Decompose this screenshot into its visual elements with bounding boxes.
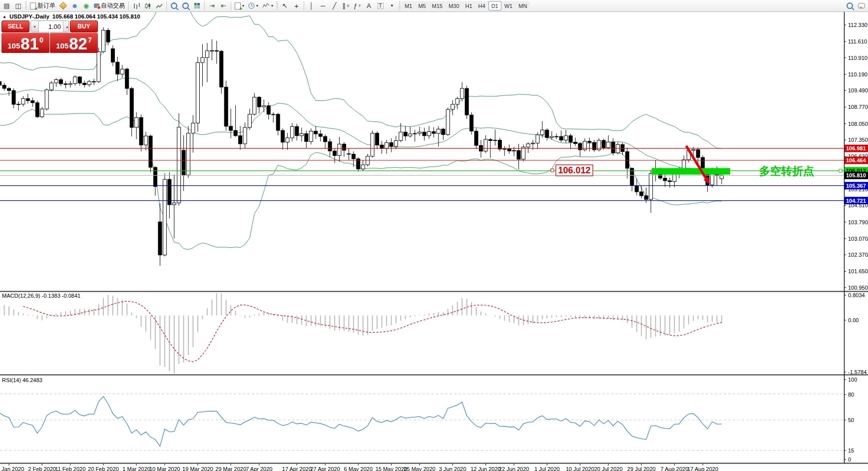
price-tick-label: 108.050 bbox=[848, 121, 868, 127]
candle-body bbox=[229, 126, 233, 130]
candle-body bbox=[488, 139, 492, 140]
vertical-line-icon: │ bbox=[309, 2, 313, 9]
horizontal-line-button[interactable]: ─ bbox=[317, 0, 329, 11]
indicators-button[interactable]: ▾ bbox=[260, 0, 275, 11]
fibonacci-button[interactable]: ƒF bbox=[352, 0, 363, 11]
candlestick-chart-button[interactable] bbox=[142, 0, 153, 11]
timeframe-button-D1[interactable]: D1 bbox=[488, 1, 501, 10]
candle-body bbox=[588, 141, 591, 142]
price-flag-106012[interactable]: 106.012 bbox=[551, 165, 593, 176]
green-line-anchor bbox=[839, 169, 842, 172]
price-tick-label: 103.790 bbox=[848, 219, 868, 225]
crosshair-button[interactable]: + bbox=[291, 0, 302, 11]
timeframe-button-M1[interactable]: M1 bbox=[402, 1, 415, 10]
fibonacci-sub: F bbox=[359, 3, 361, 8]
fibonacci-icon: ƒ bbox=[354, 2, 357, 9]
volume-down-button[interactable]: ▼ bbox=[31, 21, 39, 32]
candle-body bbox=[347, 154, 351, 154]
buy-button[interactable]: BUY bbox=[70, 20, 98, 32]
community-button[interactable]: ☻ bbox=[69, 0, 80, 11]
price-tick-label: 103.070 bbox=[848, 236, 868, 242]
candle-body bbox=[286, 138, 289, 142]
line-chart-button[interactable] bbox=[153, 0, 165, 11]
timeframe-button-MN[interactable]: MN bbox=[515, 1, 530, 10]
sell-price-prefix: 105 bbox=[7, 40, 20, 52]
shapes-dropdown-button[interactable]: ▾ bbox=[386, 0, 398, 11]
period-clock-button[interactable]: ▾ bbox=[246, 0, 260, 11]
chart-canvas[interactable]: 106.012多空转折点112.330111.610110.910110.190… bbox=[0, 12, 868, 471]
volume-up-button[interactable]: ▲ bbox=[63, 21, 69, 32]
buy-price-display[interactable]: 105 82 7 bbox=[50, 33, 98, 53]
chat-button[interactable] bbox=[856, 0, 867, 11]
candle-body bbox=[182, 150, 185, 175]
date-tick-label: 23 Jan 2020 bbox=[0, 466, 24, 471]
trendline-button[interactable]: ╱ bbox=[329, 0, 340, 11]
candle-body bbox=[224, 87, 228, 126]
candle-body bbox=[281, 130, 285, 142]
chart-shift-button[interactable]: ⇤ bbox=[218, 0, 229, 11]
new-order-button[interactable]: 新订单 bbox=[28, 0, 57, 11]
candle-body bbox=[333, 151, 337, 155]
candle-body bbox=[569, 136, 572, 142]
collapse-icon[interactable]: ▲ bbox=[2, 14, 6, 19]
candle-body bbox=[371, 133, 374, 156]
main-price-pane: 106.012 bbox=[0, 12, 844, 266]
price-tick-label: 110.910 bbox=[848, 55, 868, 61]
signals-button[interactable]: ◉ bbox=[80, 0, 92, 11]
candle-body bbox=[267, 106, 270, 114]
timeframe-button-H4[interactable]: H4 bbox=[475, 1, 488, 10]
profiles-button[interactable]: ◫ bbox=[12, 0, 24, 11]
rsi-tick-label: 0 bbox=[848, 457, 851, 463]
date-tick-label: 1 Mar 2020 bbox=[122, 466, 150, 471]
timeframe-button-H1[interactable]: H1 bbox=[462, 1, 475, 10]
date-tick-label: 29 Mar 2020 bbox=[215, 466, 246, 471]
candle-body bbox=[559, 136, 563, 140]
text-label-icon: T bbox=[378, 3, 384, 9]
auto-scroll-icon: ⇥ bbox=[209, 2, 215, 9]
price-tick-label: 111.610 bbox=[848, 38, 867, 44]
vertical-line-button[interactable]: │ bbox=[306, 0, 317, 11]
zoom-out-button[interactable]: − bbox=[180, 0, 191, 11]
zoom-in-icon: + bbox=[171, 2, 177, 9]
new-chart-button[interactable]: ▤ bbox=[1, 0, 12, 11]
timeframe-button-M30[interactable]: M30 bbox=[445, 1, 462, 10]
auto-scroll-button[interactable]: ⇥ bbox=[206, 0, 218, 11]
search-button[interactable] bbox=[844, 0, 856, 11]
candle-body bbox=[309, 131, 313, 142]
tile-windows-icon bbox=[194, 3, 200, 8]
candle-body bbox=[455, 98, 459, 104]
tile-windows-button[interactable] bbox=[191, 0, 203, 11]
text-label-button[interactable]: T bbox=[375, 0, 386, 11]
svg-text:106.981: 106.981 bbox=[846, 145, 866, 151]
sell-button[interactable]: SELL bbox=[1, 20, 29, 32]
candle-body bbox=[451, 104, 454, 109]
market-watch-button[interactable] bbox=[57, 0, 69, 11]
macd-tick-label: 0.00 bbox=[848, 317, 859, 323]
candle-body bbox=[97, 52, 100, 82]
new-order-dropdown-button[interactable]: ▾ bbox=[233, 0, 246, 11]
sell-price-display[interactable]: 105 81 0 bbox=[1, 33, 49, 53]
timeframe-button-M15[interactable]: M15 bbox=[429, 1, 445, 10]
candle-body bbox=[498, 140, 501, 149]
channel-button[interactable]: ∥E bbox=[340, 0, 352, 11]
auto-trading-button[interactable]: 自动交易 bbox=[92, 0, 127, 11]
volume-input[interactable] bbox=[39, 21, 63, 32]
timeframe-button-W1[interactable]: W1 bbox=[501, 1, 516, 10]
bar-chart-button[interactable] bbox=[130, 0, 142, 11]
dropdown-caret-icon: ▾ bbox=[242, 4, 244, 8]
candle-body bbox=[106, 30, 110, 42]
candle-body bbox=[78, 77, 81, 83]
cursor-button[interactable]: ↖ bbox=[279, 0, 291, 11]
candle-body bbox=[418, 132, 422, 133]
chart-window: 106.012多空转折点112.330111.610110.910110.190… bbox=[0, 12, 868, 471]
timeframe-button-M5[interactable]: M5 bbox=[415, 1, 429, 10]
candle-body bbox=[555, 136, 558, 137]
text-button[interactable]: A bbox=[363, 0, 375, 11]
macd-tick-label: -1.5784 bbox=[848, 369, 867, 375]
candle-body bbox=[139, 117, 143, 145]
zoom-in-button[interactable]: + bbox=[168, 0, 180, 11]
candle-body bbox=[64, 84, 67, 84]
turning-point-note[interactable]: 多空转折点 bbox=[759, 165, 814, 177]
line-chart-icon bbox=[156, 2, 163, 9]
candle-body bbox=[507, 149, 511, 151]
